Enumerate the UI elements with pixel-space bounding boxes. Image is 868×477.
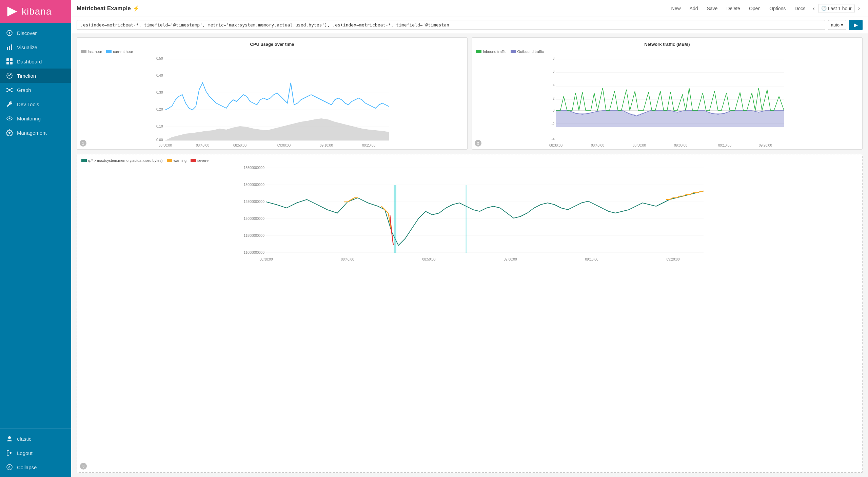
save-button[interactable]: Save	[703, 4, 722, 13]
sidebar-item-timelion[interactable]: Timelion	[0, 69, 71, 83]
sidebar-item-management-label: Management	[17, 130, 47, 136]
sidebar-item-monitoring[interactable]: Monitoring	[0, 111, 71, 126]
bolt-icon: ⚡	[133, 5, 140, 12]
svg-rect-8	[9, 46, 10, 50]
auto-refresh-select[interactable]: auto ▾	[828, 20, 846, 30]
cpu-last-color	[81, 50, 86, 53]
open-button[interactable]: Open	[745, 4, 765, 13]
sidebar-item-visualize[interactable]: Visualize	[0, 40, 71, 54]
sidebar-item-graph[interactable]: Graph	[0, 83, 71, 97]
svg-text:08:40:00: 08:40:00	[196, 144, 209, 147]
sidebar-item-discover-label: Discover	[17, 30, 37, 36]
sidebar-item-logout[interactable]: Logout	[0, 446, 71, 460]
outbound-label: Outbound traffic	[517, 50, 544, 54]
memory-main-color	[81, 159, 87, 162]
network-chart-title: Network traffic (MB/s)	[476, 42, 858, 47]
network-chart-svg: 8 6 4 2 0 -2 -4	[476, 56, 858, 144]
sidebar-item-collapse-label: Collapse	[17, 464, 37, 470]
dashboard-icon	[6, 58, 13, 65]
svg-text:08:30:00: 08:30:00	[260, 257, 273, 261]
memory-warning-legend: warning	[167, 158, 187, 163]
svg-text:2: 2	[553, 97, 555, 100]
kibana-logo-text: kibana	[22, 6, 52, 17]
cpu-legend-last: last hour	[81, 50, 102, 54]
svg-text:-2: -2	[552, 122, 555, 126]
sidebar-bottom: elastic Logout Collapse	[0, 428, 71, 477]
svg-point-26	[8, 132, 11, 134]
svg-rect-13	[10, 62, 13, 64]
top-charts-row: CPU usage over time last hour current ho…	[77, 37, 863, 150]
user-icon	[6, 435, 13, 442]
auto-label: auto	[831, 22, 840, 27]
svg-point-25	[9, 118, 11, 119]
sidebar-item-dashboard[interactable]: Dashboard	[0, 54, 71, 69]
cpu-current-label: current hour	[113, 50, 133, 54]
sidebar-item-management[interactable]: Management	[0, 126, 71, 140]
svg-text:09:00:00: 09:00:00	[504, 257, 517, 261]
svg-text:0.20: 0.20	[156, 108, 163, 111]
svg-text:8: 8	[553, 57, 555, 60]
new-button[interactable]: New	[667, 4, 685, 13]
prev-button[interactable]: ‹	[810, 4, 817, 13]
query-input[interactable]	[77, 20, 825, 30]
page-title: Metricbeat Example ⚡	[77, 5, 140, 12]
network-inbound-legend: Inbound traffic	[476, 50, 507, 54]
bar-chart-icon	[6, 44, 13, 51]
memory-severe-label: severe	[197, 158, 209, 163]
network-chart-number: 2	[475, 140, 481, 147]
sidebar-item-elastic[interactable]: elastic	[0, 432, 71, 446]
sidebar-item-logout-label: Logout	[17, 450, 33, 456]
svg-line-23	[9, 90, 12, 92]
add-button[interactable]: Add	[686, 4, 702, 13]
svg-marker-0	[7, 7, 17, 17]
delete-button[interactable]: Delete	[722, 4, 744, 13]
memory-chart-panel: q:* > max(system.memory.actual.used.byte…	[77, 154, 863, 473]
cpu-chart-svg: 0.50 0.40 0.30 0.20 0.10 0.00	[81, 56, 463, 144]
time-label: Last 1 hour	[828, 6, 852, 11]
memory-chart-number: 3	[80, 463, 87, 470]
svg-text:08:50:00: 08:50:00	[422, 257, 436, 261]
svg-point-2	[9, 32, 10, 34]
svg-text:09:20:00: 09:20:00	[362, 144, 375, 147]
svg-text:09:10:00: 09:10:00	[585, 257, 598, 261]
run-button[interactable]: ▶	[849, 20, 863, 30]
memory-main-legend: q:* > max(system.memory.actual.used.byte…	[81, 158, 163, 163]
sidebar-item-visualize-label: Visualize	[17, 44, 37, 50]
svg-text:08:30:00: 08:30:00	[549, 144, 563, 147]
options-button[interactable]: Options	[765, 4, 790, 13]
svg-text:-4: -4	[552, 137, 555, 141]
network-chart-legend: Inbound traffic Outbound traffic	[476, 50, 858, 54]
page-title-text: Metricbeat Example	[77, 5, 131, 12]
svg-text:6: 6	[553, 70, 555, 73]
svg-text:09:20:00: 09:20:00	[667, 257, 680, 261]
svg-text:11500000000: 11500000000	[244, 234, 265, 237]
next-button[interactable]: ›	[855, 4, 863, 13]
sidebar-logo[interactable]: kibana	[0, 0, 71, 23]
graph-icon	[6, 87, 13, 93]
sidebar-item-graph-label: Graph	[17, 87, 31, 93]
svg-text:0.30: 0.30	[156, 91, 163, 94]
svg-text:09:00:00: 09:00:00	[277, 144, 291, 147]
svg-text:08:30:00: 08:30:00	[159, 144, 172, 147]
cpu-legend-current: current hour	[106, 50, 133, 54]
sidebar-item-devtools[interactable]: Dev Tools	[0, 97, 71, 111]
svg-text:08:40:00: 08:40:00	[341, 257, 354, 261]
svg-text:09:10:00: 09:10:00	[320, 144, 333, 147]
clock-icon: 🕐	[821, 6, 827, 11]
svg-rect-11	[10, 58, 13, 61]
network-chart-panel: Network traffic (MB/s) Inbound traffic O…	[472, 37, 863, 150]
eye-icon	[6, 115, 13, 122]
svg-text:11000000000: 11000000000	[244, 251, 265, 254]
svg-text:0.00: 0.00	[156, 138, 163, 142]
kibana-logo-icon	[6, 5, 18, 18]
memory-warning-color	[167, 159, 172, 162]
docs-button[interactable]: Docs	[790, 4, 809, 13]
sidebar-item-devtools-label: Dev Tools	[17, 101, 39, 107]
memory-chart-svg: 13500000000 13000000000 12500000000 1200…	[81, 164, 858, 272]
compass-icon	[6, 30, 13, 36]
sidebar-item-collapse[interactable]: Collapse	[0, 460, 71, 474]
memory-severe-color	[191, 159, 196, 162]
sidebar-item-discover[interactable]: Discover	[0, 26, 71, 40]
svg-point-29	[7, 464, 12, 470]
time-picker[interactable]: 🕐 Last 1 hour	[818, 4, 855, 13]
